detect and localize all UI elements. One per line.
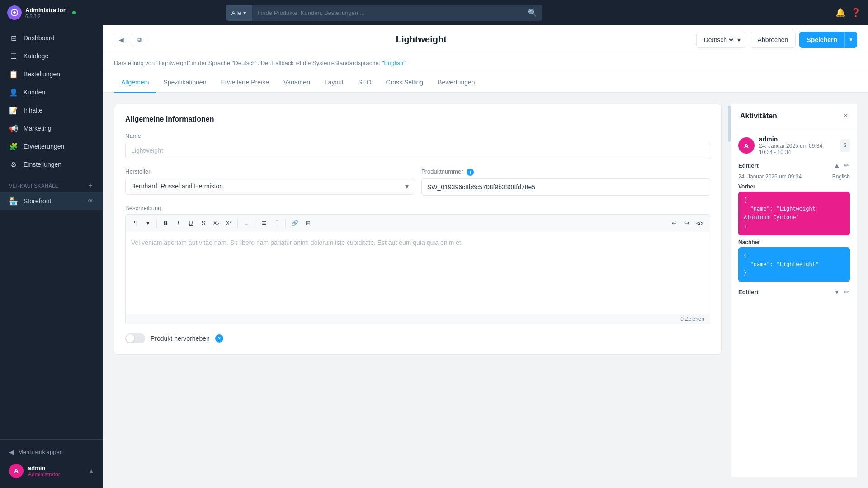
name-input[interactable] <box>125 142 710 159</box>
sidebar-item-storefront[interactable]: 🏪 Storefront 👁 <box>0 192 103 210</box>
activity-section-2-expand-button[interactable]: ▼ <box>834 288 840 296</box>
toolbar-paragraph[interactable]: ¶ <box>129 217 141 229</box>
hersteller-label: Hersteller <box>125 168 414 175</box>
sidebar-item-dashboard[interactable]: ⊞ Dashboard <box>0 29 103 47</box>
sidebar-item-label: Kataloge <box>24 52 48 60</box>
topbar: Administration 6.6.8.2 Alle ▾ 🔍 🔔 ❓ <box>0 0 868 25</box>
beschreibung-field-group: Beschreibung ¶ ▾ B I U S X₂ <box>125 205 710 324</box>
toolbar-italic[interactable]: I <box>172 217 184 229</box>
sidebar-item-inhalte[interactable]: 📝 Inhalte <box>0 101 103 119</box>
toolbar-underline[interactable]: U <box>185 217 197 229</box>
sidebar-item-label: Bestellungen <box>24 70 60 78</box>
after-code-close: } <box>744 269 844 277</box>
activity-user-row: A admin 24. Januar 2025 um 09:34, 10:34 … <box>738 136 850 155</box>
tab-layout[interactable]: Layout <box>317 72 351 93</box>
after-block: Nachher { "name": "Lightweight" } <box>738 239 850 282</box>
hersteller-produktnummer-row: Hersteller Bernhard, Russel and Hermisto… <box>125 168 710 196</box>
app-info: Administration 6.6.8.2 <box>25 7 67 19</box>
before-label: Vorher <box>738 183 850 190</box>
collapse-menu-button[interactable]: ◀ Menü einklappen <box>9 445 94 459</box>
toolbar-ol[interactable]: ≡ <box>258 217 270 229</box>
cancel-button[interactable]: Abbrechen <box>750 32 796 48</box>
activity-section-2-edit-button[interactable]: ✏ <box>843 287 850 296</box>
toolbar-redo[interactable]: ↪ <box>681 217 693 229</box>
toggle-knob <box>126 334 134 343</box>
tab-erweiterte-preise[interactable]: Erweiterte Preise <box>213 72 276 93</box>
app-name: Administration <box>25 7 67 14</box>
toolbar-bold[interactable]: B <box>160 217 171 229</box>
search-filter-button[interactable]: Alle ▾ <box>226 5 252 21</box>
editor-toolbar: ¶ ▾ B I U S X₂ X² ≡ <box>126 215 710 232</box>
english-link[interactable]: "English". <box>382 60 407 66</box>
hersteller-select[interactable]: Bernhard, Russel and Hermiston <box>125 178 414 195</box>
activity-badge: 6 <box>840 139 850 152</box>
sidebar-item-marketing[interactable]: 📢 Marketing <box>0 119 103 137</box>
search-submit-button[interactable]: 🔍 <box>523 9 542 17</box>
hersteller-field-group: Hersteller Bernhard, Russel and Hermisto… <box>125 168 414 196</box>
activity-user-info: admin 24. Januar 2025 um 09:34, 10:34 - … <box>759 136 835 155</box>
activity-close-button[interactable]: × <box>843 111 848 121</box>
beschreibung-label: Beschreibung <box>125 205 710 211</box>
sidebar-item-bestellungen[interactable]: 📋 Bestellungen <box>0 65 103 83</box>
toolbar-undo[interactable]: ↩ <box>668 217 680 229</box>
collapse-label: Menü einklappen <box>18 449 63 455</box>
language-selector[interactable]: Deutsch English ▾ <box>696 32 746 48</box>
tab-allgemein[interactable]: Allgemein <box>114 72 156 93</box>
main-content: Allgemeine Informationen Name Hersteller <box>103 93 868 488</box>
copy-button[interactable]: ⧉ <box>132 33 146 47</box>
activity-user-name: admin <box>759 136 835 143</box>
tab-varianten[interactable]: Varianten <box>276 72 317 93</box>
toolbar-superscript[interactable]: X² <box>223 217 235 229</box>
toolbar-align[interactable]: ≡ <box>241 217 252 229</box>
user-role: Administrator <box>28 471 60 478</box>
toolbar-format[interactable]: ▾ <box>142 217 154 229</box>
scroll-column <box>725 104 731 477</box>
produktnummer-input[interactable] <box>421 178 710 196</box>
sidebar-item-kunden[interactable]: 👤 Kunden <box>0 83 103 101</box>
search-input[interactable] <box>252 9 523 16</box>
activity-section-1-collapse-button[interactable]: ▲ <box>834 162 840 169</box>
activity-section-1-title: Editiert <box>738 162 759 169</box>
toolbar-strikethrough[interactable]: S <box>198 217 209 229</box>
activity-section-2-title: Editiert <box>738 289 759 296</box>
notification-icon[interactable]: 🔔 <box>835 8 845 18</box>
header-nav-icons: ◀ ⧉ <box>114 33 146 47</box>
user-profile[interactable]: A admin Administrator ▲ <box>9 459 94 483</box>
activity-section-1-edit-button[interactable]: ✏ <box>843 161 850 170</box>
toolbar-link[interactable]: 🔗 <box>288 217 301 229</box>
activity-date: 24. Januar 2025 um 09:34, 10:34 - 10:34 <box>759 143 835 155</box>
section-label: Verkaufskanäle <box>9 183 59 188</box>
language-dropdown[interactable]: Deutsch English <box>702 36 735 44</box>
save-dropdown-button[interactable]: ▾ <box>844 32 857 48</box>
sidebar-item-einstellungen[interactable]: ⚙ Einstellungen <box>0 155 103 174</box>
scrollbar-thumb[interactable] <box>728 106 731 142</box>
tab-spezifikationen[interactable]: Spezifikationen <box>156 72 213 93</box>
add-channel-button[interactable]: ＋ <box>87 181 94 190</box>
toolbar-table[interactable]: ⊞ <box>302 217 314 229</box>
tab-seo[interactable]: SEO <box>351 72 379 93</box>
toolbar-subscript[interactable]: X₂ <box>210 217 222 229</box>
sidebar-item-kataloge[interactable]: ☰ Kataloge <box>0 47 103 65</box>
tab-bewertungen[interactable]: Bewertungen <box>430 72 482 93</box>
sidebar-nav: ⊞ Dashboard ☰ Kataloge 📋 Bestellungen 👤 … <box>0 25 103 439</box>
tab-bar: Allgemein Spezifikationen Erweiterte Pre… <box>103 72 868 93</box>
tab-cross-selling[interactable]: Cross Selling <box>379 72 430 93</box>
produktnummer-info-icon[interactable]: i <box>467 169 474 176</box>
help-icon[interactable]: ❓ <box>851 8 861 18</box>
toolbar-html[interactable]: </> <box>693 217 706 229</box>
bestellungen-icon: 📋 <box>9 70 18 79</box>
save-button[interactable]: Speichern <box>799 32 844 48</box>
chevron-down-icon: ▾ <box>243 9 246 16</box>
back-button[interactable]: ◀ <box>114 33 128 47</box>
highlight-toggle[interactable] <box>125 333 145 343</box>
hersteller-select-wrapper: Bernhard, Russel and Hermiston <box>125 178 414 195</box>
editor-body[interactable]: Vel veniam aperiam aut vitae nam. Sit li… <box>126 232 710 314</box>
toolbar-ul[interactable]: ⁚ <box>271 217 283 229</box>
after-code-name: "name": "Lightweight" <box>744 260 844 269</box>
highlight-help-icon[interactable]: ? <box>215 334 223 343</box>
description-editor: ¶ ▾ B I U S X₂ X² ≡ <box>125 214 710 324</box>
after-code-block: { "name": "Lightweight" } <box>738 247 850 282</box>
activity-title: Aktivitäten <box>740 112 777 120</box>
logo-icon <box>7 5 22 20</box>
sidebar-item-erweiterungen[interactable]: 🧩 Erweiterungen <box>0 137 103 155</box>
